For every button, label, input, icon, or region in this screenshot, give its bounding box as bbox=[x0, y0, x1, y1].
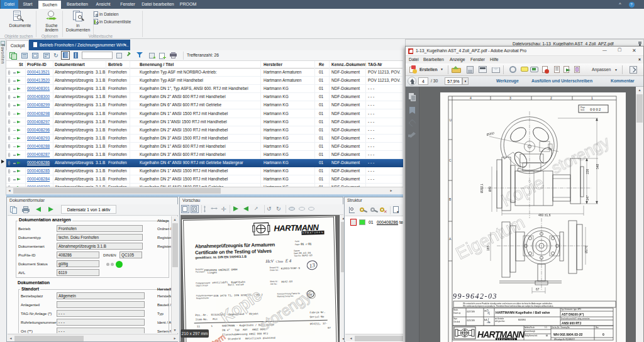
svg-text:U: U bbox=[450, 118, 452, 122]
svg-text:165: 165 bbox=[486, 245, 490, 251]
svg-text:Rev.: Rev. bbox=[596, 326, 599, 329]
svg-text:AST DN100 (4"): AST DN100 (4") bbox=[562, 313, 584, 316]
svg-text:A: A bbox=[449, 237, 452, 241]
svg-text:0: 0 bbox=[602, 333, 604, 336]
svg-text:M03/5R94: M03/5R94 bbox=[518, 319, 526, 321]
svg-text:1: 1 bbox=[591, 96, 593, 100]
svg-text:3: 3 bbox=[509, 96, 511, 100]
svg-text:4: 4 bbox=[470, 96, 472, 100]
svg-text:Gepr.: Gepr. bbox=[453, 317, 458, 320]
svg-text:Druckstufe,anschluß / rating,c: Druckstufe,anschluß / rating,connection bbox=[561, 317, 590, 320]
svg-text:05/25/1999: 05/25/1999 bbox=[467, 319, 475, 322]
svg-text:Gewicht/weigh: Gewicht/weigh bbox=[525, 330, 535, 333]
svg-text:Typ. Nennweite / type. MPS: Typ. Nennweite / type. MPS bbox=[561, 308, 581, 311]
svg-text:C: C bbox=[449, 158, 452, 162]
svg-text:Checked: Checked bbox=[453, 321, 460, 323]
svg-text:460 ±1,6: 460 ±1,6 bbox=[538, 213, 551, 217]
svg-text:Drawn up: Drawn up bbox=[453, 312, 461, 314]
svg-text:147: 147 bbox=[586, 195, 589, 201]
svg-text:Zeichn.-Nr. / Drawing-No.: Zeichn.-Nr. / Drawing-No. bbox=[552, 326, 570, 329]
svg-text:Eigentum: Eigentum bbox=[453, 212, 528, 263]
svg-text:Bearb.: Bearb. bbox=[453, 309, 458, 311]
svg-text:Aufbela/Scale: Aufbela/Scale bbox=[525, 326, 535, 329]
svg-text:We continuously improve our pr: We continuously improve our products. Th… bbox=[463, 305, 553, 307]
svg-text:IH'J: IH'J bbox=[484, 310, 487, 312]
svg-text:2: 2 bbox=[550, 96, 552, 100]
svg-text:mit Getriebe: mit Getriebe bbox=[495, 317, 504, 320]
svg-text:A4: A4 bbox=[546, 334, 548, 337]
svg-text:548: 548 bbox=[596, 163, 599, 169]
svg-text:Seite: Seite bbox=[580, 109, 585, 111]
svg-text:WH-anlage-Nr.: P(U/4R0257: WH-anlage-Nr.: P(U/4R0257 bbox=[554, 338, 575, 341]
svg-text:Kopie: Kopie bbox=[498, 172, 547, 210]
svg-text:0002: 0002 bbox=[590, 108, 601, 112]
svg-text:ARMATUREN: ARMATUREN bbox=[497, 338, 516, 341]
svg-text:67: 67 bbox=[536, 287, 540, 291]
svg-text:WH 002.0904.03-22: WH 002.0904.03-22 bbox=[553, 333, 583, 336]
svg-text:with gear box: with gear box bbox=[495, 320, 505, 323]
svg-text:ANSI 900 RTJ: ANSI 900 RTJ bbox=[562, 322, 582, 325]
svg-text:B: B bbox=[449, 197, 452, 201]
svg-text:99-9642-03: 99-9642-03 bbox=[453, 292, 497, 301]
svg-text:Ø350: Ø350 bbox=[486, 131, 494, 137]
svg-text:Blattgr/format tink: Blattgr/format tink bbox=[525, 334, 538, 337]
svg-text:1:5: 1:5 bbox=[545, 326, 547, 329]
svg-text:05/27/1999: 05/27/1999 bbox=[467, 311, 475, 313]
svg-text:Ø270: Ø270 bbox=[584, 246, 588, 253]
svg-text:Ø292,1: Ø292,1 bbox=[480, 184, 484, 193]
svg-text:226: 226 bbox=[586, 168, 589, 174]
svg-text:Ø82: Ø82 bbox=[489, 186, 492, 192]
svg-text:A.A.: A.A. bbox=[484, 319, 487, 321]
svg-text:HARTMANN Kugelhahn / Ball valv: HARTMANN Kugelhahn / Ball valve bbox=[496, 311, 550, 314]
